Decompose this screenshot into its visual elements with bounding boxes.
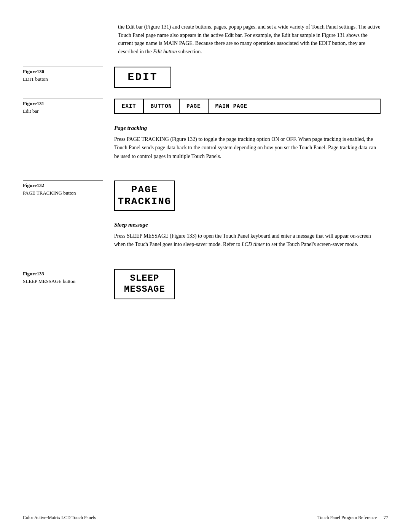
sleep-message-content: Sleep message Press SLEEP MESSAGE (Figur…: [110, 222, 411, 258]
edit-bar-button[interactable]: BUTTON: [144, 99, 180, 113]
figure-131-caption: Edit bar: [23, 108, 39, 114]
page-tracking-line2: TRACKING: [118, 196, 172, 208]
figure-131-label: Figure131: [23, 99, 103, 107]
figure-130-right: EDIT: [110, 67, 411, 88]
figure-131-left: Figure131 Edit bar: [0, 99, 110, 114]
page-tracking-button[interactable]: PAGE TRACKING: [114, 181, 175, 211]
edit-bar-exit[interactable]: EXIT: [115, 99, 144, 113]
sleep-text-after: to set the Touch Panel's screen-saver mo…: [264, 241, 358, 247]
figure-130-label: Figure130: [23, 67, 103, 75]
footer-left: Color Active-Matrix LCD Touch Panels: [23, 515, 96, 521]
page-tracking-heading: Page tracking: [114, 125, 381, 131]
figure-133-caption: SLEEP MESSAGE button: [23, 278, 75, 284]
figure-132-row: Figure132 PAGE TRACKING button PAGE TRAC…: [0, 181, 411, 211]
sleep-message-line1: SLEEP: [130, 273, 159, 284]
footer-page: 77: [384, 515, 388, 520]
sleep-message-text: Press SLEEP MESSAGE (Figure 133) to open…: [114, 232, 381, 249]
page-tracking-text: Press PAGE TRACKING (Figure 132) to togg…: [114, 135, 381, 161]
intro-italic: Edit button: [153, 49, 177, 54]
figure-132-right: PAGE TRACKING: [110, 181, 411, 211]
figure-133-row: Figure133 SLEEP MESSAGE button SLEEP MES…: [0, 269, 411, 299]
sleep-message-section: Sleep message Press SLEEP MESSAGE (Figur…: [0, 222, 411, 258]
figure-132-label: Figure132: [23, 181, 103, 189]
figure-132-left: Figure132 PAGE TRACKING button: [0, 181, 110, 196]
footer-right: Touch Panel Program Reference: [318, 515, 377, 520]
sleep-text-italic: LCD timer: [242, 241, 264, 247]
figure-131-row: Figure131 Edit bar EXIT BUTTON PAGE MAIN…: [0, 99, 411, 114]
edit-bar-main-page[interactable]: MAIN PAGE: [209, 99, 255, 113]
page-tracking-line1: PAGE: [131, 184, 158, 196]
sleep-message-button[interactable]: SLEEP MESSAGE: [114, 269, 175, 299]
edit-button[interactable]: EDIT: [114, 67, 171, 88]
footer-center: Touch Panel Program Reference 77: [318, 515, 388, 521]
edit-bar: EXIT BUTTON PAGE MAIN PAGE: [114, 99, 381, 114]
figure-131-right: EXIT BUTTON PAGE MAIN PAGE: [110, 99, 411, 114]
figure-130-caption: EDIT button: [23, 76, 48, 82]
figure-130-row: Figure130 EDIT button EDIT: [0, 67, 411, 88]
figure-133-label: Figure133: [23, 269, 103, 277]
edit-bar-page[interactable]: PAGE: [180, 99, 209, 113]
page-tracking-section: Page tracking Press PAGE TRACKING (Figur…: [0, 125, 411, 170]
sleep-message-heading: Sleep message: [114, 222, 381, 228]
figure-130-left: Figure130 EDIT button: [0, 67, 110, 82]
intro-text-after: subsection.: [177, 49, 202, 54]
intro-paragraph: the Edit bar (Figure 131) and create but…: [0, 23, 411, 56]
figure-132-caption: PAGE TRACKING button: [23, 190, 76, 196]
page-tracking-content: Page tracking Press PAGE TRACKING (Figur…: [110, 125, 411, 170]
footer: Color Active-Matrix LCD Touch Panels Tou…: [0, 515, 411, 521]
figure-133-right: SLEEP MESSAGE: [110, 269, 411, 299]
sleep-message-line2: MESSAGE: [124, 284, 165, 295]
figure-133-left: Figure133 SLEEP MESSAGE button: [0, 269, 110, 284]
